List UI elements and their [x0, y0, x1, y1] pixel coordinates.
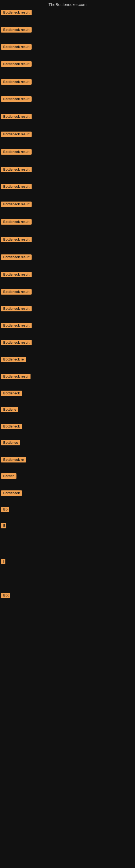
bottleneck-badge-20[interactable]: Bottleneck result: [1, 340, 32, 345]
bottleneck-badge-19[interactable]: Bottleneck result: [1, 323, 32, 328]
bottleneck-badge-29[interactable]: Bottleneck: [1, 490, 22, 496]
bottleneck-badge-22[interactable]: Bottleneck resul: [1, 374, 31, 379]
bottleneck-badge-27[interactable]: Bottleneck re: [1, 457, 26, 463]
bottleneck-badge-2[interactable]: Bottleneck result: [1, 27, 32, 33]
bottleneck-badge-33[interactable]: Bot: [1, 593, 10, 598]
bottleneck-badge-5[interactable]: Bottleneck result: [1, 79, 32, 85]
bottleneck-badge-7[interactable]: Bottleneck result: [1, 114, 32, 119]
site-title: TheBottlenecker.com: [0, 2, 135, 7]
bottleneck-badge-10[interactable]: Bottleneck result: [1, 167, 32, 172]
bottleneck-badge-18[interactable]: Bottleneck result: [1, 306, 32, 311]
bottleneck-badge-30[interactable]: Bo: [1, 507, 9, 512]
bottleneck-badge-32[interactable]: |: [1, 559, 5, 564]
bottleneck-badge-9[interactable]: Bottleneck result: [1, 149, 32, 155]
bottleneck-badge-13[interactable]: Bottleneck result: [1, 219, 32, 225]
bottleneck-badge-3[interactable]: Bottleneck result: [1, 44, 32, 50]
bottleneck-badge-24[interactable]: Bottlene: [1, 407, 18, 412]
bottleneck-badge-11[interactable]: Bottleneck result: [1, 184, 32, 189]
bottleneck-badge-8[interactable]: Bottleneck result: [1, 131, 32, 137]
bottleneck-badge-14[interactable]: Bottleneck result: [1, 237, 32, 242]
bottleneck-badge-15[interactable]: Bottleneck result: [1, 254, 32, 260]
bottleneck-badge-4[interactable]: Bottleneck result: [1, 61, 32, 67]
bottleneck-badge-12[interactable]: Bottleneck result: [1, 202, 32, 207]
bottleneck-badge-1[interactable]: Bottleneck result: [1, 10, 32, 15]
bottleneck-badge-21[interactable]: Bottleneck re: [1, 357, 26, 362]
bottleneck-badge-17[interactable]: Bottleneck result: [1, 289, 32, 294]
bottleneck-badge-16[interactable]: Bottleneck result: [1, 272, 32, 277]
bottleneck-badge-6[interactable]: Bottleneck result: [1, 96, 32, 102]
bottleneck-badge-25[interactable]: Bottleneck: [1, 424, 22, 429]
bottleneck-badge-31[interactable]: B: [1, 523, 6, 528]
bottleneck-badge-26[interactable]: Bottlenec: [1, 440, 20, 445]
bottleneck-badge-23[interactable]: Bottleneck: [1, 391, 22, 396]
bottleneck-badge-28[interactable]: Bottlen: [1, 473, 16, 479]
